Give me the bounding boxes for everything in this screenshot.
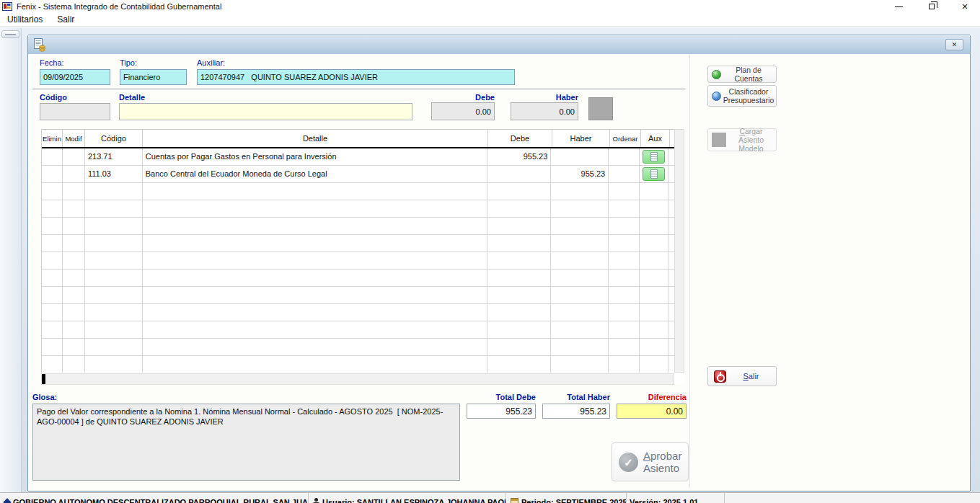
- journal-icon: [33, 37, 46, 52]
- cell-filler: [668, 356, 674, 373]
- codigo-input[interactable]: [40, 103, 110, 120]
- haber-label: Haber: [511, 93, 578, 102]
- cell-debe: [487, 252, 552, 269]
- auxiliar-label: Auxiliar:: [197, 58, 225, 67]
- entries-table[interactable]: Elimin Modif Código Detalle Debe Haber O…: [41, 129, 674, 373]
- toolbar-grip[interactable]: [1, 30, 19, 38]
- periodo-text: Periodo: SEPTIEMBRE 2025: [521, 498, 627, 503]
- table-row[interactable]: 111.03Banco Central del Ecuador Moneda d…: [42, 166, 674, 183]
- cell-aux: [640, 218, 668, 234]
- table-row[interactable]: 213.71Cuentas por Pagar Gastos en Person…: [42, 148, 674, 166]
- cell-detalle: [143, 321, 487, 338]
- cell-modif: [63, 200, 85, 217]
- plan-de-cuentas-button[interactable]: Plan de Cuentas: [707, 66, 777, 83]
- table-row-empty[interactable]: [42, 287, 674, 304]
- table-row-empty[interactable]: [42, 304, 674, 321]
- horizontal-scrollbar[interactable]: [41, 373, 674, 385]
- tipo-input[interactable]: [120, 69, 187, 85]
- cell-modif: [63, 218, 85, 234]
- close-button[interactable]: [954, 0, 976, 13]
- cell-filler: [668, 339, 674, 355]
- document-icon: [650, 169, 658, 179]
- user-icon: [313, 498, 319, 503]
- cell-elimin: [42, 287, 63, 303]
- status-bar: GOBIERNO AUTONOMO DESCENTRALIZADO PARROQ…: [0, 492, 980, 503]
- cell-aux: [640, 166, 668, 182]
- blue-sphere-icon: [712, 92, 721, 101]
- glosa-textarea[interactable]: Pago del Valor correspondiente a la Nomi…: [32, 404, 460, 481]
- h-scroll-thumb[interactable]: [42, 374, 45, 384]
- cell-elimin: [42, 252, 63, 269]
- detalle-input[interactable]: [119, 103, 412, 120]
- aux-button[interactable]: [643, 150, 665, 164]
- haber-input[interactable]: [511, 102, 578, 120]
- cell-filler: [668, 200, 674, 217]
- clasificador-presupuestario-label: Clasificador Presupuestario: [721, 87, 776, 104]
- debe-input[interactable]: [431, 102, 495, 120]
- cell-detalle: [143, 183, 487, 200]
- cell-codigo: [85, 356, 143, 373]
- mdi-area: Fecha: Tipo: Auxiliar: Código Detalle De…: [0, 27, 980, 492]
- cell-ordenar: [609, 183, 640, 200]
- minimize-button[interactable]: [888, 0, 909, 13]
- aux-button[interactable]: [643, 167, 665, 181]
- menu-utilitarios[interactable]: Utilitarios: [0, 13, 50, 27]
- table-row-empty[interactable]: [42, 252, 674, 270]
- cargar-asiento-modelo-button[interactable]: Cargar Asiento Modelo: [707, 128, 777, 151]
- cell-codigo: [85, 183, 143, 200]
- cell-ordenar: [609, 270, 640, 286]
- cell-ordenar: [609, 304, 640, 321]
- cell-haber: [551, 287, 609, 303]
- cell-aux: [640, 148, 668, 165]
- cell-modif: [63, 235, 85, 252]
- fecha-input[interactable]: [40, 69, 110, 85]
- check-icon: [619, 453, 638, 472]
- table-row-empty[interactable]: [42, 356, 674, 373]
- aprobar-asiento-button[interactable]: Aprobar Asiento: [612, 442, 689, 481]
- table-row-empty[interactable]: [42, 339, 674, 356]
- restore-button[interactable]: [921, 0, 943, 13]
- cell-filler: [668, 235, 674, 252]
- cell-elimin: [42, 235, 63, 252]
- cell-modif: [63, 148, 85, 165]
- cell-elimin: [42, 339, 63, 355]
- menu-salir[interactable]: Salir: [50, 13, 81, 27]
- cell-codigo: [85, 218, 143, 234]
- header-aux: Aux: [641, 130, 670, 147]
- header-ordenar: Ordenar: [610, 130, 641, 147]
- table-row-empty[interactable]: [42, 235, 674, 252]
- salir-button[interactable]: Salir: [707, 366, 777, 386]
- window-controls: [876, 0, 976, 13]
- auxiliar-input[interactable]: [197, 69, 515, 85]
- cell-filler: [668, 252, 674, 269]
- salir-label: Salir: [726, 372, 776, 380]
- cell-elimin: [42, 356, 63, 373]
- separator-line: [32, 89, 685, 89]
- cell-codigo: [85, 321, 143, 338]
- gray-square-icon: [712, 133, 726, 147]
- clasificador-presupuestario-button[interactable]: Clasificador Presupuestario: [707, 85, 777, 107]
- table-row-empty[interactable]: [42, 200, 674, 218]
- table-row-empty[interactable]: [42, 183, 674, 200]
- vertical-scrollbar[interactable]: [674, 129, 684, 373]
- cell-ordenar: [609, 287, 640, 303]
- child-close-button[interactable]: [945, 39, 963, 50]
- cell-elimin: [42, 270, 63, 286]
- table-row-empty[interactable]: [42, 321, 674, 339]
- cell-aux: [640, 235, 668, 252]
- cell-haber: [551, 183, 609, 200]
- journal-content: Fecha: Tipo: Auxiliar: Código Detalle De…: [28, 54, 970, 491]
- cell-codigo: [85, 270, 143, 286]
- header-debe: Debe: [488, 130, 552, 147]
- cell-debe: [487, 200, 552, 217]
- cell-detalle: [143, 270, 487, 286]
- detalle-label: Detalle: [119, 93, 145, 102]
- cell-filler: [668, 321, 674, 338]
- total-haber-label: Total Haber: [542, 393, 610, 401]
- gray-square-button[interactable]: [588, 97, 613, 120]
- cell-debe: [487, 183, 552, 200]
- cell-modif: [63, 356, 85, 373]
- table-row-empty[interactable]: [42, 270, 674, 287]
- table-row-empty[interactable]: [42, 218, 674, 235]
- version-text: Versión: 2025.1.01: [630, 498, 698, 503]
